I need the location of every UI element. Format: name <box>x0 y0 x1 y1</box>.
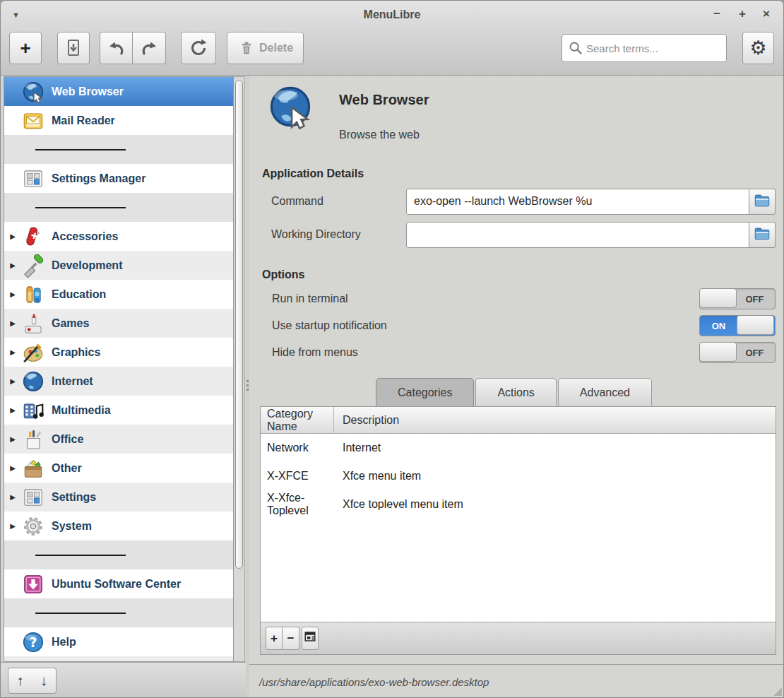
refresh-icon <box>187 37 210 59</box>
table-row[interactable]: X-Xfce-ToplevelXfce toplevel menu item <box>261 490 776 519</box>
redo-button[interactable] <box>133 32 166 64</box>
folder-icon <box>753 224 771 245</box>
refresh-button[interactable] <box>181 32 216 64</box>
table-row[interactable]: NetworkInternet <box>261 434 776 462</box>
sidebar-item-accessories[interactable]: ▶Accessories <box>4 222 233 251</box>
settings-manager-icon <box>21 167 45 191</box>
sidebar-item-settings-manager[interactable]: Settings Manager <box>4 164 233 193</box>
remove-category-button[interactable]: − <box>283 627 299 650</box>
tab-advanced[interactable]: Advanced <box>558 378 652 407</box>
expander-icon[interactable]: ▶ <box>4 261 21 269</box>
expander-icon[interactable]: ▶ <box>4 290 21 298</box>
table-header: Category Name Description <box>261 407 776 434</box>
working-directory-input[interactable] <box>406 222 749 248</box>
resize-grip[interactable] <box>773 687 782 696</box>
minimize-button[interactable]: − <box>708 7 725 21</box>
sidebar-separator[interactable] <box>4 193 233 222</box>
sidebar-item-settings[interactable]: ▶Settings <box>4 483 233 511</box>
sidebar-item-web-browser[interactable]: Web Browser <box>4 77 233 106</box>
add-category-button[interactable]: + <box>266 627 283 650</box>
sidebar-item-games[interactable]: ▶Games <box>4 309 233 338</box>
close-button[interactable]: × <box>758 7 775 21</box>
sidebar-item-education[interactable]: ▶Education <box>4 280 233 309</box>
sidebar-separator[interactable] <box>4 540 233 569</box>
sidebar-item-label: Settings Manager <box>52 172 145 185</box>
tab-categories[interactable]: Categories <box>376 378 474 407</box>
tab-actions[interactable]: Actions <box>475 378 556 407</box>
sidebar-item-ubuntu-software-center[interactable]: Ubuntu Software Center <box>4 569 233 598</box>
toggle-state-label: OFF <box>736 343 773 362</box>
column-header-category-name[interactable]: Category Name <box>261 407 334 433</box>
redo-icon <box>138 37 160 59</box>
sidebar-item-about[interactable] <box>4 656 233 662</box>
titlebar[interactable]: ▼ MenuLibre − + × <box>1 1 783 29</box>
move-down-button[interactable]: ↓ <box>32 668 57 694</box>
move-up-button[interactable]: ↑ <box>8 668 32 694</box>
sidebar-item-mail-reader[interactable]: Mail Reader <box>4 106 233 135</box>
maximize-button[interactable]: + <box>734 7 751 21</box>
sidebar-item-label: Accessories <box>52 230 118 243</box>
sidebar-item-office[interactable]: ▶Office <box>4 425 233 454</box>
expander-icon[interactable]: ▶ <box>4 406 21 414</box>
table-row[interactable]: X-XFCEXfce menu item <box>261 462 776 490</box>
sidebar-list: Web BrowserMail ReaderSettings Manager▶A… <box>4 76 234 662</box>
delete-button[interactable]: Delete <box>227 32 304 64</box>
sidebar-item-label: Settings <box>52 491 96 504</box>
separator-line <box>35 613 126 614</box>
toggle-knob[interactable] <box>699 288 737 308</box>
sidebar-item-system[interactable]: ▶System <box>4 511 233 540</box>
sidebar-item-label: Other <box>52 462 82 475</box>
expander-icon[interactable]: ▶ <box>4 522 21 530</box>
sidebar-item-internet[interactable]: ▶Internet <box>4 367 233 396</box>
tab-label: Categories <box>398 386 452 399</box>
save-button[interactable] <box>57 32 90 64</box>
expander-icon[interactable]: ▶ <box>4 232 21 240</box>
sidebar-item-label: System <box>52 520 92 533</box>
help-icon: ? <box>21 630 45 654</box>
option-label: Run in terminal <box>272 292 699 305</box>
browse-folder-button[interactable] <box>749 189 776 215</box>
expander-icon[interactable]: ▶ <box>4 319 21 327</box>
column-header-description[interactable]: Description <box>334 414 399 427</box>
sidebar-item-development[interactable]: ▶Development <box>4 251 233 280</box>
use-startup-notification-toggle[interactable]: ON <box>699 315 776 336</box>
toggle-knob[interactable] <box>737 315 774 335</box>
window-menu-arrow-icon[interactable]: ▼ <box>12 11 20 19</box>
delete-button-label: Delete <box>259 42 293 54</box>
launcher-subtitle[interactable]: Browse the web <box>339 129 420 141</box>
run-in-terminal-toggle[interactable]: OFF <box>699 288 776 309</box>
launcher-icon[interactable] <box>266 82 314 131</box>
sidebar-item-graphics[interactable]: ▶Graphics <box>4 338 233 367</box>
scrollbar-thumb[interactable] <box>235 80 243 569</box>
launcher-title[interactable]: Web Browser <box>339 92 429 108</box>
window-chrome: ▼ MenuLibre − + × + Delete <box>1 1 783 76</box>
sidebar-scrollbar[interactable] <box>234 76 245 662</box>
cell-description: Xfce menu item <box>334 470 421 483</box>
separator-line <box>35 555 126 556</box>
search-input[interactable] <box>562 34 727 62</box>
toggle-state-label: ON <box>700 316 737 336</box>
expander-icon[interactable]: ▶ <box>4 377 21 385</box>
sidebar-item-other[interactable]: ▶Other <box>4 454 233 483</box>
expander-icon[interactable]: ▶ <box>4 348 21 356</box>
detail-fields: CommandWorking Directory <box>271 188 776 254</box>
field-row-working-directory: Working Directory <box>271 221 776 248</box>
settings-gear-button[interactable]: ⚙ <box>742 32 774 64</box>
undo-button[interactable] <box>100 32 133 64</box>
browse-folder-button[interactable] <box>749 222 776 248</box>
sidebar-separator[interactable] <box>4 135 233 164</box>
expander-icon[interactable]: ▶ <box>4 464 21 472</box>
folder-icon <box>753 191 771 212</box>
command-input[interactable] <box>406 189 749 215</box>
toggle-knob[interactable] <box>699 342 737 362</box>
category-defaults-button[interactable] <box>302 627 319 650</box>
search-box <box>562 34 727 62</box>
sidebar-item-help[interactable]: ?Help <box>4 627 233 656</box>
expander-icon[interactable]: ▶ <box>4 493 21 501</box>
expander-icon[interactable]: ▶ <box>4 435 21 443</box>
add-launcher-button[interactable]: + <box>9 32 42 64</box>
sidebar-item-multimedia[interactable]: ▶Multimedia <box>4 396 233 425</box>
hide-from-menus-toggle[interactable]: OFF <box>699 342 776 363</box>
sidebar-separator[interactable] <box>4 598 233 627</box>
table-toolbar: + − <box>261 622 776 654</box>
